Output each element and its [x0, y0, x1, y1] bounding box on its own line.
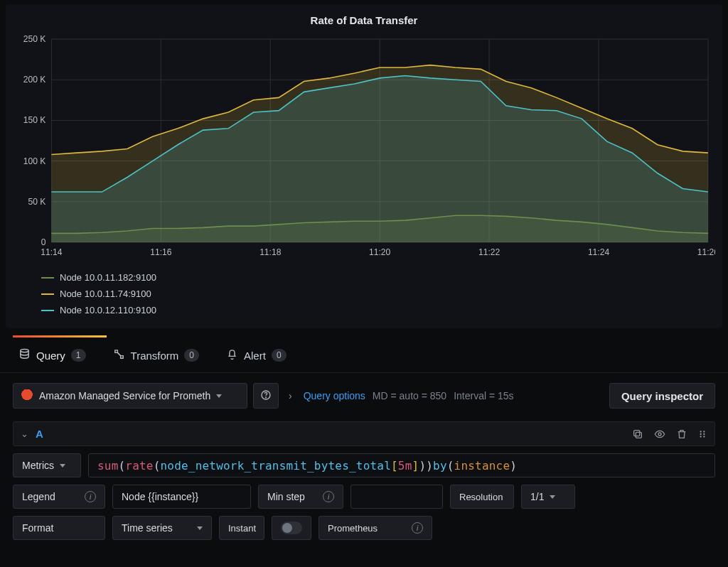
- query-editor: Metrics sum(rate(node_network_transmit_b…: [0, 453, 728, 540]
- datasource-name: Amazon Managed Service for Prometh: [39, 390, 210, 401]
- info-icon[interactable]: i: [85, 491, 96, 502]
- toggle-visibility-button[interactable]: [653, 428, 666, 440]
- min-step-label: Min step i: [258, 485, 343, 509]
- format-label: Format: [13, 516, 105, 540]
- bell-icon: [226, 348, 238, 362]
- legend-item[interactable]: Node 10.0.12.110:9100: [41, 302, 715, 318]
- chart-svg: 050 K100 K150 K200 K250 K11:1411:1611:18…: [13, 35, 715, 262]
- format-select[interactable]: Time series: [112, 516, 212, 540]
- svg-text:11:24: 11:24: [588, 247, 610, 257]
- svg-text:11:16: 11:16: [150, 247, 172, 257]
- collapse-toggle-icon[interactable]: ⌄: [21, 428, 28, 439]
- query-inspector-button[interactable]: Query inspector: [609, 383, 715, 409]
- tab-query-label: Query: [36, 350, 65, 362]
- help-icon: [260, 389, 272, 403]
- svg-text:11:26: 11:26: [697, 247, 715, 257]
- chevron-right-icon: ›: [284, 390, 296, 401]
- toggle-off-icon: [281, 522, 302, 534]
- svg-text:100 K: 100 K: [23, 156, 46, 166]
- query-row-header[interactable]: ⌄ A: [13, 421, 715, 446]
- prometheus-label: Prometheus i: [318, 516, 432, 540]
- svg-text:50 K: 50 K: [28, 197, 46, 207]
- min-step-input[interactable]: [350, 485, 443, 509]
- legend-label: Node 10.0.12.110:9100: [60, 305, 156, 315]
- svg-point-33: [703, 431, 705, 432]
- prometheus-logo-icon: [21, 389, 33, 402]
- svg-point-37: [703, 436, 705, 437]
- chart-legend: Node 10.0.11.182:9100Node 10.0.11.74:910…: [6, 262, 722, 318]
- promql-input[interactable]: sum(rate(node_network_transmit_bytes_tot…: [88, 453, 715, 477]
- transform-icon: [113, 348, 125, 362]
- resolution-label: Resolution: [450, 485, 514, 509]
- query-row-tools: [632, 428, 707, 440]
- legend-label: Legend i: [13, 485, 105, 509]
- metrics-label[interactable]: Metrics: [13, 453, 81, 477]
- tab-transform[interactable]: Transform 0: [110, 344, 202, 367]
- tab-query[interactable]: Query 1: [16, 344, 89, 367]
- chevron-down-icon: [60, 464, 65, 468]
- svg-point-36: [700, 436, 702, 437]
- svg-text:11:14: 11:14: [41, 247, 63, 257]
- legend-input[interactable]: Node {{instance}}: [112, 485, 251, 509]
- query-options[interactable]: › Query options MD = auto = 850 Interval…: [284, 383, 521, 409]
- svg-point-28: [266, 396, 267, 397]
- query-options-md: MD = auto = 850: [373, 390, 446, 401]
- legend-swatch: [41, 310, 54, 311]
- svg-text:150 K: 150 K: [23, 115, 46, 125]
- query-options-interval: Interval = 15s: [454, 390, 513, 401]
- tab-alert-count: 0: [272, 349, 287, 362]
- datasource-select[interactable]: Amazon Managed Service for Prometh: [13, 383, 247, 409]
- chart-panel: Rate of Data Transfer 050 K100 K150 K200…: [6, 4, 722, 328]
- datasource-help-button[interactable]: [253, 383, 279, 409]
- chevron-down-icon: [550, 495, 555, 499]
- drag-handle-icon[interactable]: [697, 428, 707, 440]
- legend-item[interactable]: Node 10.0.11.182:9100: [41, 269, 715, 286]
- svg-text:0: 0: [41, 237, 46, 247]
- svg-text:11:18: 11:18: [259, 247, 282, 257]
- svg-point-35: [703, 433, 705, 434]
- svg-text:250 K: 250 K: [23, 35, 46, 44]
- panel-title: Rate of Data Transfer: [6, 11, 722, 32]
- legend-swatch: [41, 277, 54, 279]
- datasource-icon: [18, 348, 31, 362]
- tab-transform-count: 0: [184, 349, 199, 362]
- svg-rect-30: [634, 430, 640, 436]
- resolution-select[interactable]: 1/1: [521, 485, 575, 509]
- chevron-down-icon: [216, 394, 222, 398]
- tab-alert-label: Alert: [244, 350, 266, 362]
- instant-toggle[interactable]: [272, 516, 311, 540]
- tab-query-count: 1: [71, 349, 86, 362]
- datasource-row: Amazon Managed Service for Prometh › Que…: [0, 373, 728, 411]
- instant-label: Instant: [219, 516, 264, 540]
- query-ref-id: A: [36, 428, 43, 440]
- tab-transform-label: Transform: [131, 350, 179, 362]
- info-icon[interactable]: i: [412, 522, 423, 534]
- svg-point-32: [700, 431, 702, 432]
- svg-text:11:22: 11:22: [478, 247, 500, 257]
- info-icon[interactable]: i: [323, 491, 334, 502]
- query-options-label: Query options: [304, 390, 365, 401]
- legend-item[interactable]: Node 10.0.11.74:9100: [41, 286, 715, 302]
- duplicate-query-button[interactable]: [632, 428, 643, 440]
- legend-label: Node 10.0.11.182:9100: [60, 272, 156, 283]
- svg-point-26: [21, 349, 28, 352]
- svg-text:11:20: 11:20: [369, 247, 391, 257]
- tab-alert[interactable]: Alert 0: [223, 344, 289, 367]
- chevron-down-icon: [197, 526, 203, 530]
- chart-area[interactable]: 050 K100 K150 K200 K250 K11:1411:1611:18…: [13, 35, 715, 262]
- svg-point-34: [700, 433, 702, 434]
- legend-swatch: [41, 293, 54, 295]
- legend-label: Node 10.0.11.74:9100: [60, 288, 151, 299]
- svg-point-31: [658, 433, 661, 436]
- delete-query-button[interactable]: [676, 428, 687, 440]
- panel-tabs: Query 1 Transform 0 Alert 0: [0, 335, 728, 373]
- svg-rect-29: [636, 432, 641, 438]
- svg-text:200 K: 200 K: [23, 75, 46, 85]
